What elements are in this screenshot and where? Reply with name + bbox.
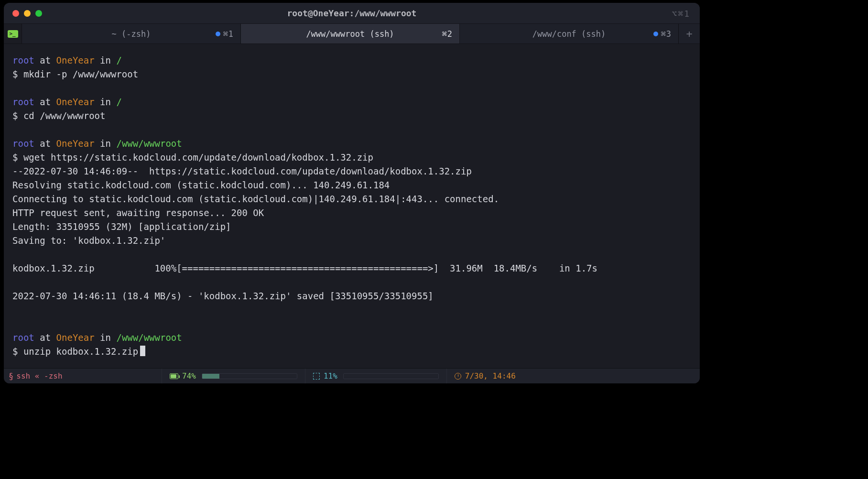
prompt-dollar: $ xyxy=(12,110,18,121)
output-line: Length: 33510955 (32M) [application/zip] xyxy=(12,221,231,232)
tab-bar: >_ ~ (-zsh) ⌘1 /www/wwwroot (ssh) ⌘2 /ww… xyxy=(4,24,700,44)
close-button[interactable] xyxy=(12,10,19,17)
status-bar: § ssh « -zsh 74% 11% 7/30, 14:46 xyxy=(4,368,700,383)
unsaved-dot-icon xyxy=(216,32,220,36)
minimize-button[interactable] xyxy=(24,10,31,17)
prompt-at: at xyxy=(40,55,51,65)
net-graph-down xyxy=(202,373,297,379)
titlebar: root@OneYear:/www/wwwroot ⌥⌘1 xyxy=(4,3,700,24)
prompt-in: in xyxy=(100,138,111,149)
output-line: HTTP request sent, awaiting response... … xyxy=(12,207,264,218)
prompt-user: root xyxy=(12,55,34,65)
window-title: root@OneYear:/www/wwwroot xyxy=(287,8,417,18)
datetime-text: 7/30, 14:46 xyxy=(465,371,516,381)
status-session-text: ssh « -zsh xyxy=(16,371,62,381)
cpu-icon xyxy=(313,373,320,380)
prompt-host: OneYear xyxy=(56,138,95,149)
prompt-at: at xyxy=(40,332,51,343)
net-graph-up xyxy=(343,373,439,379)
output-line: Saving to: 'kodbox.1.32.zip' xyxy=(12,235,165,246)
tab-label: /www/wwwroot (ssh) xyxy=(306,29,394,39)
add-tab-button[interactable]: + xyxy=(679,24,700,44)
prompt-dollar: $ xyxy=(12,69,18,79)
titlebar-shortcut: ⌥⌘1 xyxy=(672,8,690,18)
prompt-user: root xyxy=(12,97,34,107)
prompt-user: root xyxy=(12,332,34,343)
prompt-dollar: $ xyxy=(12,346,18,357)
tab-zsh[interactable]: ~ (-zsh) ⌘1 xyxy=(22,24,241,44)
command-text: wget https://static.kodcloud.com/update/… xyxy=(23,152,373,163)
tab-conf[interactable]: /www/conf (ssh) ⌘3 xyxy=(460,24,679,44)
prompt-host: OneYear xyxy=(56,97,95,107)
tab-label: ~ (-zsh) xyxy=(112,29,151,39)
clock-icon xyxy=(455,373,461,380)
prompt-host: OneYear xyxy=(56,55,95,65)
maximize-button[interactable] xyxy=(35,10,42,17)
output-line: Connecting to static.kodcloud.com (stati… xyxy=(12,194,499,204)
output-progress: kodbox.1.32.zip 100%[===================… xyxy=(12,263,597,273)
terminal-window: root@OneYear:/www/wwwroot ⌥⌘1 >_ ~ (-zsh… xyxy=(4,3,700,383)
unsaved-dot-icon xyxy=(653,32,658,36)
output-line: Resolving static.kodcloud.com (static.ko… xyxy=(12,180,390,190)
tab-shortcut: ⌘2 xyxy=(442,29,453,39)
status-cpu: 11% xyxy=(305,369,446,383)
battery-percent: 74% xyxy=(182,371,196,381)
app-icon: >_ xyxy=(4,24,22,44)
terminal-viewport[interactable]: root at OneYear in / $ mkdir -p /www/www… xyxy=(4,44,700,368)
tab-shortcut: ⌘3 xyxy=(653,29,672,39)
prompt-in: in xyxy=(100,97,111,107)
terminal-icon: >_ xyxy=(8,30,18,38)
tab-label: /www/conf (ssh) xyxy=(532,29,606,39)
prompt-user: root xyxy=(12,138,34,149)
prompt-in: in xyxy=(100,332,111,343)
battery-icon xyxy=(170,373,178,379)
prompt-dollar: $ xyxy=(12,152,18,163)
command-text: unzip kodbox.1.32.zip xyxy=(23,346,138,357)
prompt-path: /www/wwwroot xyxy=(116,138,182,149)
status-session: § ssh « -zsh xyxy=(9,371,162,381)
cpu-percent: 11% xyxy=(324,371,337,381)
prompt-at: at xyxy=(40,138,51,149)
status-battery: 74% xyxy=(162,369,305,383)
output-line: 2022-07-30 14:46:11 (18.4 MB/s) - 'kodbo… xyxy=(12,291,434,301)
cursor xyxy=(140,346,145,356)
command-text: cd /www/wwwroot xyxy=(23,110,106,121)
output-line: --2022-07-30 14:46:09-- https://static.k… xyxy=(12,166,472,176)
status-datetime: 7/30, 14:46 xyxy=(446,369,523,383)
prompt-at: at xyxy=(40,97,51,107)
traffic-lights xyxy=(12,10,42,17)
tab-shortcut: ⌘1 xyxy=(216,29,234,39)
prompt-host: OneYear xyxy=(56,332,95,343)
prompt-path: / xyxy=(116,97,121,107)
prompt-path: /www/wwwroot xyxy=(116,332,182,343)
prompt-in: in xyxy=(100,55,111,65)
tab-wwwroot[interactable]: /www/wwwroot (ssh) ⌘2 xyxy=(241,24,460,44)
command-text: mkdir -p /www/wwwroot xyxy=(23,69,138,79)
prompt-path: / xyxy=(116,55,121,65)
link-icon: § xyxy=(9,371,12,381)
